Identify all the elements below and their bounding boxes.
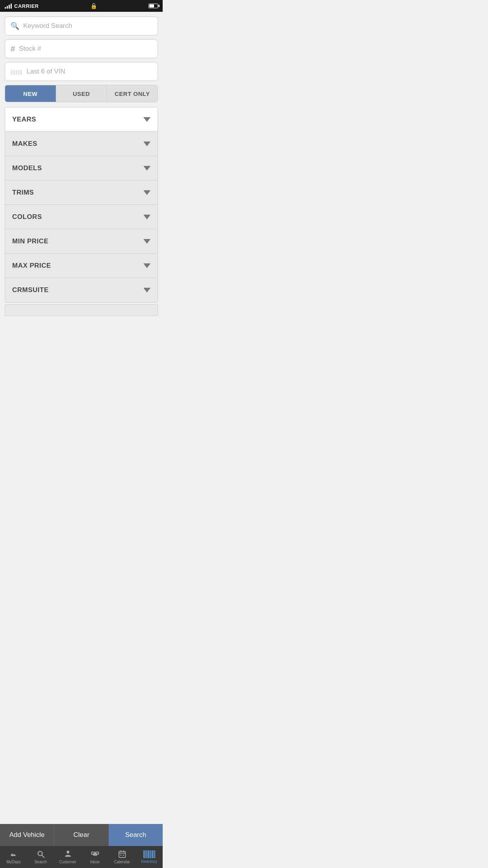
carrier-label: CARRIER: [14, 3, 39, 9]
makes-chevron-icon: [143, 142, 150, 146]
crmsuite-chevron-icon: [143, 288, 150, 292]
status-left: CARRIER: [5, 3, 39, 9]
condition-tab-selector: NEW USED CERT ONLY: [5, 85, 158, 102]
tab-new[interactable]: NEW: [5, 85, 56, 102]
filter-years[interactable]: YEARS: [5, 107, 158, 132]
years-chevron-icon: [143, 117, 150, 122]
filter-max-price-label: MAX PRICE: [12, 262, 51, 270]
models-chevron-icon: [143, 166, 150, 171]
filter-min-price-label: MIN PRICE: [12, 237, 48, 245]
filter-list: YEARS MAKES MODELS TRIMS COLORS MIN PRIC…: [5, 107, 158, 303]
filter-max-price[interactable]: MAX PRICE: [5, 254, 158, 278]
filter-models-label: MODELS: [12, 164, 42, 172]
battery-icon: [149, 4, 158, 8]
filter-colors[interactable]: COLORS: [5, 205, 158, 229]
filter-years-label: YEARS: [12, 116, 36, 123]
hash-icon: #: [11, 44, 15, 53]
min-price-chevron-icon: [143, 239, 150, 244]
search-icon: 🔍: [11, 22, 19, 30]
filter-partial: [5, 304, 158, 316]
filter-crmsuite[interactable]: CRMSUITE: [5, 278, 158, 302]
filter-makes[interactable]: MAKES: [5, 132, 158, 156]
filter-crmsuite-label: CRMSUITE: [12, 286, 49, 294]
stock-search-wrap: #: [5, 39, 158, 58]
keyword-search-input[interactable]: [23, 22, 152, 30]
filter-colors-label: COLORS: [12, 213, 42, 221]
status-bar: CARRIER 🔒: [0, 0, 163, 12]
vin-search-wrap: |||||||: [5, 62, 158, 81]
max-price-chevron-icon: [143, 263, 150, 268]
filter-makes-label: MAKES: [12, 140, 37, 148]
filter-trims[interactable]: TRIMS: [5, 180, 158, 205]
tab-cert-only[interactable]: CERT ONLY: [107, 85, 158, 102]
keyword-search-wrap: 🔍: [5, 17, 158, 35]
filter-models[interactable]: MODELS: [5, 156, 158, 180]
vin-input[interactable]: [27, 68, 152, 75]
colors-chevron-icon: [143, 215, 150, 219]
main-content: 🔍 # ||||||| NEW USED CERT ONLY YEARS MAK…: [0, 12, 163, 363]
signal-icon: [5, 3, 12, 9]
filter-min-price[interactable]: MIN PRICE: [5, 229, 158, 254]
tab-used[interactable]: USED: [56, 85, 107, 102]
trims-chevron-icon: [143, 190, 150, 195]
stock-input[interactable]: [19, 45, 152, 53]
filter-trims-label: TRIMS: [12, 189, 34, 197]
lock-icon: 🔒: [90, 3, 97, 9]
barcode-icon: |||||||: [11, 69, 23, 75]
